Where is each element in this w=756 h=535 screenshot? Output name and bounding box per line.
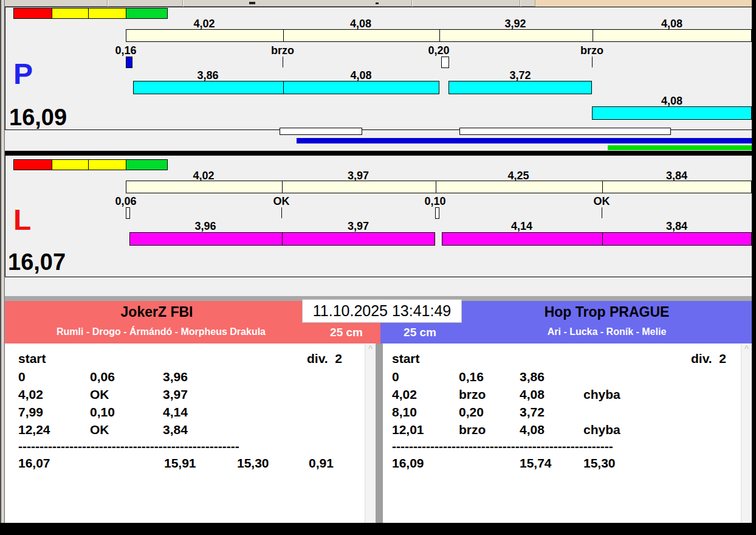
table-row: 12,01 brzo 4,08 chyba [383, 421, 752, 438]
cell-flag [236, 385, 377, 403]
flyball-timing-window: 4,02 4,08 3,92 4,08 0,16 brzo 0,20 brzo … [0, 0, 756, 535]
cell-flag [583, 403, 752, 421]
window-bottom-bar [0, 523, 756, 535]
heat-progress-green-bar [608, 145, 752, 150]
light-red [13, 8, 52, 19]
start-gap-marker-white [126, 207, 130, 219]
lane-l-split-bar [126, 181, 752, 193]
lane-l-marker-label: 0,10 [411, 196, 459, 207]
team-right-jump-height: 25 cm [396, 326, 444, 339]
table-row: 0 0,06 3,96 [5, 368, 377, 385]
lane-l-split-label: 3,84 [602, 170, 752, 181]
total-time: 16,09 [392, 454, 520, 472]
lane-p-run-label: 4,08 [592, 95, 752, 106]
lane-p-run-label: 4,08 [283, 70, 439, 81]
split-divider [283, 30, 284, 41]
totals-row: 16,09 15,74 15,30 [383, 454, 752, 472]
cell-run: 3,96 [163, 368, 236, 385]
section-separator [5, 151, 752, 156]
table-row: 4,02 OK 3,97 [5, 385, 377, 403]
sum-of-runs: 15,74 [520, 454, 583, 472]
lane-l-run-bar [129, 232, 435, 246]
cell-gap: brzo [459, 385, 520, 403]
table-separator: ----------------------------------------… [5, 438, 377, 454]
cell-gap: 0,20 [459, 403, 520, 421]
left-table-scrollbar[interactable]: ^ [365, 344, 376, 523]
division-label: div. 2 [307, 350, 342, 368]
lane-l-run-bar [442, 232, 752, 246]
changeover-tick [283, 57, 283, 67]
cell-flag [236, 421, 377, 438]
totals-row: 16,07 15,91 15,30 0,91 [5, 454, 377, 472]
team-left-jump-height: 25 cm [322, 326, 371, 339]
cell-time: 12,24 [18, 421, 90, 438]
cell-run: 3,97 [163, 385, 236, 403]
table-header-row: start div. 2 [383, 350, 752, 368]
lane-p-split-label: 4,08 [592, 18, 752, 29]
toolbar-glyph-icon [249, 2, 255, 4]
lane-l-split-label: 4,25 [435, 170, 602, 181]
lane-p-letter: P [13, 60, 33, 89]
sum-of-runs: 15,91 [164, 454, 237, 472]
best-time: 15,30 [583, 454, 752, 472]
scroll-up-icon[interactable]: ^ [368, 343, 373, 354]
changeover-tick [602, 207, 602, 218]
cell-gap: OK [90, 385, 163, 403]
lane-p-run-label: 3,86 [133, 70, 283, 81]
right-table-scrollbar[interactable]: ^ [741, 344, 752, 523]
cell-run: 3,86 [520, 368, 583, 385]
light-yellow [52, 159, 89, 170]
cell-flag [236, 368, 377, 385]
cell-run: 4,08 [520, 385, 583, 403]
cell-time: 7,99 [18, 403, 90, 421]
run-divider [283, 81, 284, 94]
toolbar-tan-segment[interactable] [535, 0, 752, 7]
window-left-border [0, 0, 5, 535]
team-right-result-table: start div. 2 0 0,16 3,86 4,02 brzo 4,08 … [383, 343, 752, 523]
cell-run: 4,08 [520, 421, 583, 438]
light-red [13, 159, 52, 170]
split-divider [593, 30, 593, 41]
start-gap-marker-white [441, 57, 449, 68]
lane-p-split-bar [126, 29, 752, 42]
table-separator: ----------------------------------------… [383, 438, 752, 454]
start-label: start [18, 350, 46, 368]
lane-l-split-label: 4,02 [126, 170, 281, 181]
split-divider [439, 30, 440, 41]
cell-gap: OK [90, 421, 163, 438]
best-time: 15,30 [237, 454, 309, 472]
datetime-display: 11.10.2025 13:41:49 [302, 299, 462, 323]
cell-run: 3,84 [163, 421, 236, 438]
lane-p-marker-label: 0,20 [414, 45, 463, 56]
cell-flag [236, 403, 377, 421]
table-header-row: start div. 2 [5, 350, 377, 368]
cell-time: 12,01 [392, 421, 459, 438]
toolbar-glyph-icon [376, 2, 379, 4]
cell-gap: 0,16 [459, 368, 520, 385]
start-label: start [392, 350, 420, 368]
lane-l-run-label: 3,84 [602, 221, 752, 232]
lane-p-split-label: 3,92 [439, 18, 592, 29]
light-yellow [88, 8, 126, 19]
toolbar-separator [107, 0, 108, 7]
split-divider [282, 181, 283, 193]
cell-gap: brzo [459, 421, 520, 438]
cell-run: 3,72 [520, 403, 583, 421]
lane-l-run-label: 4,14 [442, 221, 602, 232]
toolbar-separator [182, 0, 184, 7]
heat-progress-blue-bar [297, 138, 752, 143]
table-row: 4,02 brzo 4,08 chyba [383, 385, 752, 403]
lane-l-light-sequence [13, 159, 169, 171]
table-row: 8,10 0,20 3,72 [383, 403, 752, 421]
scroll-up-icon[interactable]: ^ [744, 343, 749, 354]
cell-time: 0 [392, 368, 459, 385]
lane-l-letter: L [13, 205, 31, 235]
lane-l-split-label: 3,97 [281, 170, 435, 181]
lane-p-marker-label: brzo [568, 45, 616, 56]
cell-run: 4,14 [163, 403, 236, 421]
cell-time: 0 [18, 368, 90, 385]
lane-l-run-label: 3,96 [129, 221, 281, 232]
cell-time: 8,10 [392, 403, 459, 421]
team-right-dogs: Ari - Lucka - Roník - Melie [462, 326, 752, 337]
changeover-tick [592, 57, 593, 67]
